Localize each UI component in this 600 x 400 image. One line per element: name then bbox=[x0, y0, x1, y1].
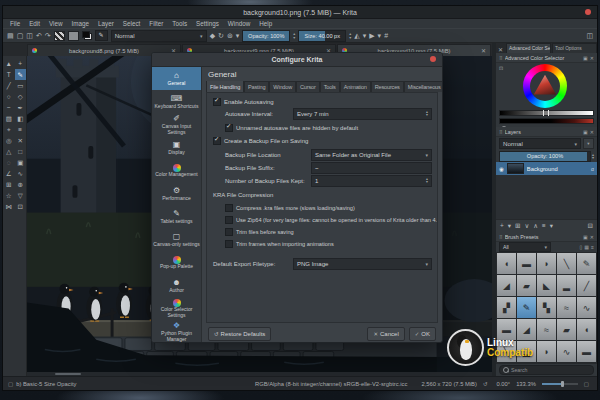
config-sidebar-item[interactable]: ▣ Display bbox=[152, 136, 201, 159]
menu-item[interactable]: File bbox=[6, 20, 24, 27]
menu-item[interactable]: Image bbox=[68, 20, 94, 27]
brush-preset[interactable]: ≈ bbox=[537, 319, 556, 340]
config-sidebar-item[interactable]: ❖ Python Plugin Manager bbox=[152, 320, 201, 343]
layer-tool-button[interactable]: ∧ bbox=[533, 223, 538, 230]
layer-tool-button[interactable]: ∨ bbox=[525, 223, 530, 230]
brush-preset[interactable]: ╲ bbox=[557, 253, 576, 274]
layer-filter-button[interactable]: ▾ bbox=[583, 138, 594, 149]
tool-button[interactable]: + bbox=[15, 58, 27, 69]
tag-icon[interactable]: ▯ bbox=[580, 244, 583, 250]
layer-opacity-slider[interactable]: Opacity: 100% bbox=[499, 151, 591, 162]
tool-button[interactable]: ▽ bbox=[15, 190, 27, 201]
tool-button[interactable]: ▨ bbox=[3, 113, 15, 124]
close-icon[interactable]: ✕ bbox=[590, 55, 594, 61]
brush-preset[interactable]: ▰ bbox=[557, 319, 576, 340]
docker-tab[interactable]: Tool Options bbox=[552, 43, 597, 53]
settings-tab[interactable]: Pasting bbox=[244, 81, 269, 92]
toolbar-icon[interactable]: ↶ bbox=[36, 32, 42, 39]
tool-button[interactable]: ☆ bbox=[3, 190, 15, 201]
brush-preset[interactable]: ∿ bbox=[577, 297, 596, 318]
tool-button[interactable]: ⊡ bbox=[15, 201, 27, 212]
color-profile-info[interactable]: RGB/Alpha (8-bit integer/channel) sRGB-e… bbox=[255, 381, 407, 387]
toolbar-icon[interactable]: ◆ bbox=[210, 32, 215, 39]
backup-location-dropdown[interactable]: Same Folder as Original File ▾ bbox=[311, 149, 432, 161]
toolbar-icon[interactable]: ◫ bbox=[26, 32, 33, 39]
toolbar-icon[interactable]: ◭ bbox=[354, 32, 359, 39]
toolbar-icon[interactable]: ↷ bbox=[45, 32, 51, 39]
hue-ring[interactable] bbox=[523, 64, 567, 108]
config-sidebar-item[interactable]: ☻ Author bbox=[152, 274, 201, 297]
tool-button[interactable]: ◎ bbox=[3, 135, 15, 146]
backup-kept-spinbox[interactable]: 1 ▴▾ bbox=[311, 175, 432, 187]
toolbar-icon[interactable]: ▾ bbox=[363, 32, 367, 39]
tool-button[interactable]: ◌ bbox=[3, 157, 15, 168]
tool-button[interactable]: ⊕ bbox=[15, 179, 27, 190]
list-view-icon[interactable]: ≡ bbox=[591, 244, 594, 250]
brush-preset[interactable]: ✎ bbox=[517, 297, 536, 318]
brush-preset[interactable]: ▬ bbox=[517, 253, 536, 274]
brush-search-input[interactable]: Search bbox=[499, 365, 594, 375]
tool-button[interactable]: ▲ bbox=[3, 58, 15, 69]
tool-button[interactable]: ∿ bbox=[15, 168, 27, 179]
brush-tag-dropdown[interactable]: All ▾ bbox=[499, 242, 551, 252]
canvas-angle[interactable]: 0.00° bbox=[497, 381, 511, 387]
settings-tab[interactable]: Window bbox=[269, 81, 296, 92]
kra-option-checkbox[interactable]: Trim files before saving bbox=[225, 227, 435, 236]
layer-tool-button[interactable]: ▾ bbox=[550, 223, 553, 230]
ok-button[interactable]: ✓ OK bbox=[409, 327, 436, 341]
toolbar-icon[interactable]: ▾ bbox=[236, 32, 240, 39]
gradient-swatch[interactable] bbox=[54, 31, 65, 41]
blend-mode-dropdown[interactable]: Normal ▾ bbox=[111, 30, 207, 42]
brush-preset[interactable]: ◣ bbox=[537, 275, 556, 296]
layer-opacity-spinner[interactable]: ▴▾ bbox=[592, 153, 594, 160]
zoom-slider[interactable] bbox=[542, 383, 578, 385]
opacity-spinner[interactable]: ▴▾ bbox=[293, 32, 295, 39]
menu-item[interactable]: Settings bbox=[192, 20, 223, 27]
tool-button[interactable]: ~ bbox=[3, 102, 15, 113]
toolbar-icon[interactable]: ▤ bbox=[7, 32, 14, 39]
grid-view-icon[interactable]: ▦ bbox=[584, 244, 589, 250]
tool-button[interactable]: ▭ bbox=[15, 80, 27, 91]
tool-button[interactable]: □ bbox=[15, 146, 27, 157]
toolbar-icon[interactable]: # bbox=[384, 32, 388, 39]
toolbar-icon[interactable]: ↻ bbox=[218, 32, 224, 39]
restore-defaults-button[interactable]: ↺ Restore Defaults bbox=[208, 327, 271, 341]
rotation-icon[interactable]: ↺ bbox=[483, 381, 488, 387]
brush-preset[interactable]: ▚ bbox=[537, 297, 556, 318]
scrollbar-handle[interactable] bbox=[55, 373, 81, 375]
docker-close-icon[interactable]: ✕ bbox=[496, 46, 505, 53]
tool-button[interactable]: ◇ bbox=[15, 91, 27, 102]
tool-button[interactable]: ▣ bbox=[15, 157, 27, 168]
brush-preset[interactable]: ◖ bbox=[497, 253, 516, 274]
layer-list-empty[interactable] bbox=[496, 175, 597, 219]
value-gradient-slider[interactable] bbox=[499, 110, 594, 116]
float-docker-icon[interactable]: ▣ bbox=[583, 234, 588, 240]
config-sidebar-item[interactable]: Pop-up Palette bbox=[152, 251, 201, 274]
menu-item[interactable]: Select bbox=[119, 20, 145, 27]
brush-preset[interactable]: ◗ bbox=[537, 341, 556, 362]
settings-tab[interactable]: File Handling bbox=[206, 81, 244, 92]
layer-tool-button[interactable]: ▾ bbox=[508, 223, 511, 230]
menu-item[interactable]: Filter bbox=[145, 20, 167, 27]
close-icon[interactable]: ✕ bbox=[590, 234, 594, 240]
color-wheel-area[interactable]: ⊡ bbox=[496, 63, 597, 109]
settings-tab[interactable]: Resources bbox=[371, 81, 404, 92]
create-backup-checkbox[interactable]: ✓ Create a Backup File on Saving bbox=[213, 136, 308, 145]
settings-tab[interactable]: Animation bbox=[340, 81, 371, 92]
menu-item[interactable]: View bbox=[45, 20, 67, 27]
close-tab-icon[interactable]: ✕ bbox=[481, 47, 486, 54]
brush-preset[interactable]: ◗ bbox=[537, 253, 556, 274]
config-sidebar-item[interactable]: ⌂ General bbox=[152, 67, 201, 90]
tool-button[interactable]: ✕ bbox=[15, 135, 27, 146]
brush-preset[interactable]: ╱ bbox=[577, 275, 596, 296]
alpha-lock-icon[interactable]: α bbox=[591, 166, 594, 172]
current-brush-name[interactable]: b) Basic-5 Size Opacity bbox=[16, 381, 76, 387]
config-sidebar-item[interactable]: ✐ Canvas Input Settings bbox=[152, 113, 201, 136]
toolbar-icon[interactable]: ▢ bbox=[17, 32, 24, 39]
tool-button[interactable]: ╱ bbox=[3, 80, 15, 91]
tool-button[interactable]: ⋈ bbox=[3, 201, 15, 212]
brush-preset[interactable]: ▂ bbox=[557, 275, 576, 296]
menu-item[interactable]: Edit bbox=[25, 20, 44, 27]
toolbar-icon[interactable]: ▶ bbox=[369, 32, 374, 39]
layer-blend-mode-dropdown[interactable]: Normal ▾ bbox=[499, 138, 581, 149]
